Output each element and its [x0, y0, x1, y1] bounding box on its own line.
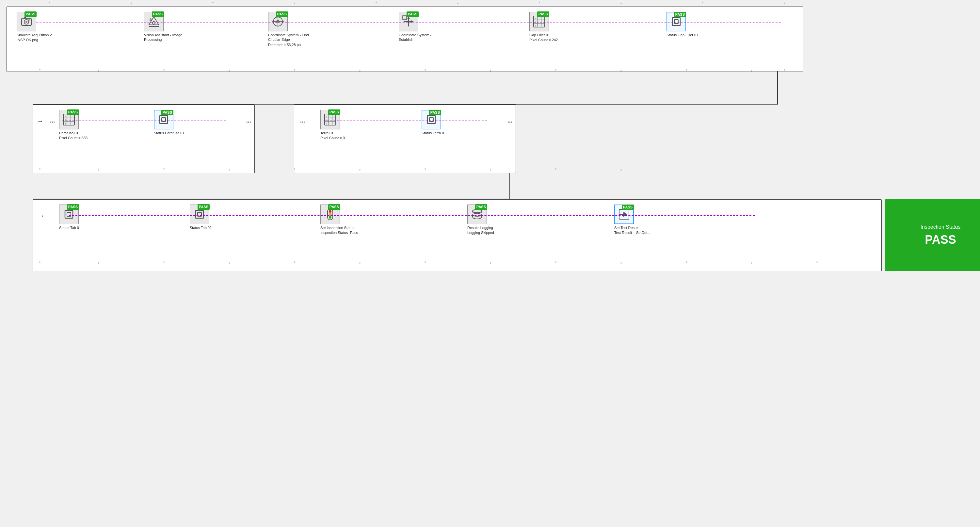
step-set-insp-value: Inspection Status=Pass	[320, 231, 358, 235]
decorative-dot	[229, 169, 230, 170]
decorative-dot	[555, 261, 557, 263]
decorative-dot	[751, 70, 752, 72]
step-parafuso-icon-wrap: 1 2 3 PASS	[59, 110, 79, 129]
step-sim-acq-label: Simulate Acquisition 2	[17, 33, 52, 37]
step-gap-filler: 1 2 3 PASS Gap Filler 01 Pixel Count = 2…	[529, 12, 558, 42]
decorative-dot	[163, 168, 165, 170]
svg-text:3: 3	[326, 123, 327, 125]
row2-to-row3-connector-v	[509, 173, 510, 199]
svg-text:3: 3	[65, 123, 66, 125]
step-status-tab2-icon-wrap: PASS	[190, 205, 209, 224]
step-set-insp-icon-wrap: PASS	[320, 205, 340, 224]
step-set-test-value: Test Result = SetOut...	[614, 231, 650, 235]
decorative-dot	[702, 2, 703, 3]
step-status-terra-icon-wrap: PASS	[422, 110, 441, 129]
step-status-parafuso-icon-wrap: PASS	[154, 110, 173, 129]
decorative-dot	[425, 168, 426, 170]
step-gap-filler-icon-wrap: 1 2 3 PASS	[529, 12, 549, 31]
row1-container: PASS Simulate Acquisition 2 INSP OK.png …	[6, 6, 803, 72]
pass-badge-set-insp: PASS	[328, 204, 340, 210]
decorative-dot	[212, 2, 213, 3]
decorative-dot	[555, 168, 557, 170]
step-status-terra-label: Status Terra 01	[422, 131, 446, 135]
decorative-dot	[490, 169, 491, 170]
step-status-tab2-label: Status Tab 02	[190, 225, 212, 230]
decorative-dot	[359, 70, 361, 72]
decorative-dot	[359, 169, 361, 170]
row1-to-row2-connector-v	[777, 71, 778, 104]
decorative-dot	[359, 262, 361, 264]
decorative-dot	[620, 70, 622, 72]
step-status-gap: PASS Status Gap Filler 01	[667, 12, 698, 37]
pass-badge-status-terra: PASS	[429, 110, 441, 115]
decorative-dot	[98, 262, 99, 264]
svg-text:1: 1	[65, 115, 66, 118]
step-status-terra: PASS Status Terra 01	[422, 110, 446, 135]
decorative-dot	[490, 262, 491, 264]
row3-connector	[69, 215, 755, 216]
step-status-tab1-label: Status Tab 01	[59, 225, 81, 230]
row2-to-row3-connector-h	[33, 199, 510, 199]
step-status-tab2: PASS Status Tab 02	[190, 205, 212, 230]
step-set-test-icon-wrap: PASS	[614, 205, 634, 224]
step-terra: 1 2 3 PASS Terra 01 Pixel Count = 0	[320, 110, 345, 140]
step-results-logging: PASS Results Logging Logging Skipped	[467, 205, 494, 235]
decorative-dot	[555, 69, 557, 70]
decorative-dot	[98, 70, 99, 72]
decorative-dot	[294, 69, 295, 70]
row2-connector	[62, 121, 226, 121]
step-vision-label: Vision Assistant - Image Processing	[144, 33, 190, 42]
step-vision-icon-wrap: PASS	[144, 12, 164, 31]
step-terra-value: Pixel Count = 0	[320, 136, 345, 140]
svg-point-4	[25, 21, 27, 23]
step-set-test: PASS Set Test Result Test Result = SetOu…	[614, 205, 650, 235]
row3-arrow: →	[38, 212, 45, 220]
pass-badge-status-tab2: PASS	[197, 204, 210, 210]
step-coord-circle-icon-wrap: PASS	[268, 12, 288, 31]
step-results-logging-icon-wrap: PASS	[467, 205, 487, 224]
row1-connector	[36, 22, 781, 23]
pass-badge-terra: PASS	[328, 110, 340, 115]
step-set-insp-label: Set Inspection Status	[320, 225, 354, 230]
step-status-parafuso: PASS Status Parafuso 01	[154, 110, 185, 135]
step-status-parafuso-label: Status Parafuso 01	[154, 131, 185, 135]
step-parafuso-value: Pixel Count = 855	[59, 136, 88, 140]
step-coord-establish-label: Coordinate System - Establish	[399, 33, 444, 42]
decorative-dot	[163, 69, 165, 70]
step-terra-icon-wrap: 1 2 3 PASS	[320, 110, 340, 129]
decorative-dot	[39, 261, 40, 263]
pass-badge-vision: PASS	[152, 11, 164, 17]
svg-point-55	[329, 210, 331, 213]
step-gap-filler-label: Gap Filler 01	[529, 33, 550, 37]
decorative-dot	[620, 169, 622, 170]
step-terra-label: Terra 01	[320, 131, 333, 135]
decorative-dot	[229, 262, 230, 264]
decorative-dot	[686, 261, 687, 263]
step-coord-circle: PASS Coordinate System - Find Circular E…	[268, 12, 314, 47]
row2b-ellipsis-left: ...	[300, 117, 305, 124]
pass-badge-gap-filler: PASS	[537, 11, 549, 17]
decorative-dot	[163, 261, 165, 263]
decorative-dot	[294, 261, 295, 263]
svg-rect-28	[672, 18, 680, 25]
svg-rect-50	[65, 210, 73, 218]
decorative-dot	[294, 168, 295, 170]
decorative-dot	[784, 69, 785, 70]
decorative-dot	[98, 169, 99, 170]
decorative-dot	[39, 168, 40, 170]
step-vision-assist: PASS Vision Assistant - Image Processing	[144, 12, 190, 42]
pass-badge-status-gap: PASS	[674, 12, 686, 18]
decorative-dot	[620, 3, 622, 4]
pass-badge-set-test: PASS	[622, 205, 634, 210]
step-coord-circle-label: Coordinate System - Find Circular Edge	[268, 33, 314, 42]
svg-rect-48	[428, 116, 435, 124]
step-results-logging-value: Logging Skipped	[467, 231, 494, 235]
svg-marker-60	[624, 212, 627, 217]
decorative-dot	[375, 2, 377, 3]
svg-text:1: 1	[535, 18, 536, 20]
svg-text:1: 1	[326, 115, 327, 118]
svg-text:3: 3	[535, 24, 536, 27]
decorative-dot	[229, 70, 230, 72]
pass-badge-sim-acq: PASS	[24, 11, 37, 17]
decorative-dot	[784, 3, 785, 4]
